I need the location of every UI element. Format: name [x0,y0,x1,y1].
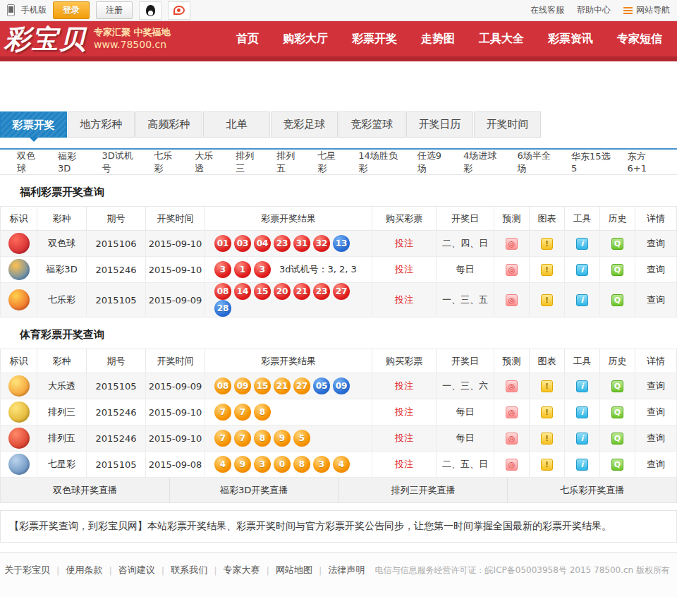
nav-item[interactable]: 工具大全 [467,32,536,47]
chart-icon[interactable]: ! [541,380,553,392]
footer-link[interactable]: 关于彩宝贝 [4,564,50,576]
chart-icon[interactable]: ! [541,433,553,445]
qixingcai-logo-icon[interactable] [8,454,30,475]
subnav-item[interactable]: 6场半全场 [508,150,562,175]
subnav-item[interactable]: 任选9场 [409,150,455,175]
subnav-item[interactable]: 华东15选5 [563,150,619,174]
tab-5[interactable]: 竞彩足球 [271,111,338,138]
tab-4[interactable]: 北单 [203,111,270,138]
subnav-item[interactable]: 七乐彩 [145,150,186,175]
register-button[interactable]: 注册 [96,1,133,19]
live-link[interactable]: 双色球开奖直播 [53,484,117,497]
shuangseqiu-logo-icon[interactable] [8,233,30,254]
footer-link[interactable]: 咨询建议 [118,564,155,576]
lottery-name-link[interactable]: 大乐透 [48,380,75,391]
tool-icon[interactable]: i [576,459,588,471]
detail-link[interactable]: 查询 [647,294,665,305]
subnav-item[interactable]: 4场进球彩 [455,150,508,175]
forecast-icon[interactable]: ◎ [506,433,518,445]
forecast-icon[interactable]: ◎ [506,238,518,250]
tab-8[interactable]: 开奖时间 [474,111,541,138]
nav-item[interactable]: 彩票资讯 [536,32,605,47]
daletou-logo-icon[interactable] [8,375,30,397]
live-link[interactable]: 七乐彩开奖直播 [560,484,624,497]
subnav-item[interactable]: 3D试机号 [94,150,146,175]
history-icon[interactable]: Q [611,264,623,276]
bet-link[interactable]: 投注 [395,433,413,443]
history-icon[interactable]: Q [611,459,623,471]
forecast-icon[interactable]: ◎ [506,380,518,392]
detail-link[interactable]: 查询 [647,406,665,417]
nav-item[interactable]: 购彩大厅 [271,32,340,47]
subnav-item[interactable]: 14场胜负彩 [350,150,409,175]
tool-icon[interactable]: i [576,380,588,392]
login-button[interactable]: 登录 [53,1,90,19]
chart-icon[interactable]: ! [541,406,553,418]
fucai3d-logo-icon[interactable] [8,259,30,280]
subnav-item[interactable]: 排列五 [268,150,309,175]
detail-link[interactable]: 查询 [647,264,665,274]
bet-link[interactable]: 投注 [395,294,413,305]
forecast-icon[interactable]: ◎ [506,264,518,276]
tab-6[interactable]: 竞彩篮球 [338,111,405,138]
subnav-item[interactable]: 大乐透 [186,150,227,175]
bet-link[interactable]: 投注 [395,459,413,469]
tab-3[interactable]: 高频彩种 [135,111,202,138]
subnav-item[interactable]: 排列三 [227,150,268,175]
tool-icon[interactable]: i [576,238,588,250]
site-logo[interactable]: 彩宝贝 [4,26,87,52]
online-service-link[interactable]: 在线客服 [530,4,564,16]
pailiewu-logo-icon[interactable] [8,428,30,449]
history-icon[interactable]: Q [611,238,623,250]
tab-7[interactable]: 开奖日历 [406,111,473,138]
lottery-name-link[interactable]: 排列五 [48,433,75,443]
lottery-name-link[interactable]: 排列三 [48,406,75,417]
lottery-name-link[interactable]: 福彩3D [46,264,77,274]
tool-icon[interactable]: i [576,264,588,276]
footer-link[interactable]: 专家大赛 [224,564,260,576]
tool-icon[interactable]: i [576,294,588,306]
mobile-version-link[interactable]: 手机版 [21,4,47,16]
pailiesan-logo-icon[interactable] [8,401,30,423]
chart-icon[interactable]: ! [541,459,553,471]
detail-link[interactable]: 查询 [647,380,665,391]
footer-link[interactable]: 网站地图 [276,564,312,576]
live-link[interactable]: 排列三开奖直播 [391,484,455,497]
qilecai-logo-icon[interactable] [8,289,30,310]
bet-link[interactable]: 投注 [395,238,413,248]
subnav-item[interactable]: 双色球 [8,150,49,175]
lottery-name-link[interactable]: 七星彩 [48,459,75,469]
lottery-name-link[interactable]: 七乐彩 [48,294,75,305]
footer-link[interactable]: 法律声明 [328,564,365,576]
weibo-login-button[interactable] [168,1,190,20]
nav-item[interactable]: 专家短信 [605,32,674,47]
nav-item[interactable]: 走势图 [409,32,467,47]
footer-link[interactable]: 使用条款 [66,564,102,576]
lottery-name-link[interactable]: 双色球 [48,238,75,248]
chart-icon[interactable]: ! [541,238,553,250]
tool-icon[interactable]: i [576,433,588,445]
history-icon[interactable]: Q [611,380,623,392]
forecast-icon[interactable]: ◎ [506,294,518,306]
bet-link[interactable]: 投注 [395,406,413,417]
subnav-item[interactable]: 东方6+1 [618,150,669,174]
site-nav-toggle[interactable]: 网站导航 [623,4,670,16]
live-link[interactable]: 福彩3D开奖直播 [220,484,288,497]
chart-icon[interactable]: ! [541,264,553,276]
nav-item[interactable]: 首页 [224,32,271,47]
nav-item[interactable]: 彩票开奖 [340,32,409,47]
help-center-link[interactable]: 帮助中心 [577,4,611,16]
forecast-icon[interactable]: ◎ [506,406,518,418]
forecast-icon[interactable]: ◎ [506,459,518,471]
detail-link[interactable]: 查询 [647,433,665,443]
footer-link[interactable]: 联系我们 [171,564,207,576]
detail-link[interactable]: 查询 [647,459,665,469]
history-icon[interactable]: Q [611,294,623,306]
chart-icon[interactable]: ! [541,294,553,306]
bet-link[interactable]: 投注 [395,380,413,391]
history-icon[interactable]: Q [611,406,623,418]
subnav-item[interactable]: 福彩3D [49,150,94,174]
tab-1[interactable]: 彩票开奖 [0,111,67,138]
tool-icon[interactable]: i [576,406,588,418]
history-icon[interactable]: Q [611,433,623,445]
